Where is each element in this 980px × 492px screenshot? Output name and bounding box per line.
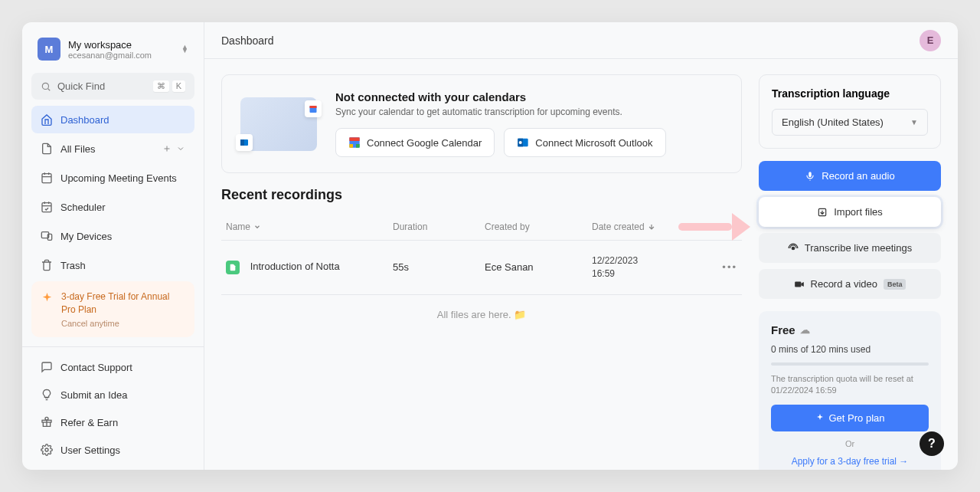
sparkle-icon <box>815 413 825 422</box>
nav-idea[interactable]: Submit an Idea <box>31 381 194 408</box>
trial-card[interactable]: 3-day Free Trial for Annual Pro Plan Can… <box>31 281 194 337</box>
quick-find[interactable]: Quick Find ⌘K <box>31 73 194 100</box>
nav-trash[interactable]: Trash <box>31 251 194 279</box>
plan-or: Or <box>771 439 929 448</box>
help-button[interactable]: ? <box>920 431 944 456</box>
plan-card: Free ☁ 0 mins of 120 mins used The trans… <box>759 311 941 470</box>
record-audio-button[interactable]: Record an audio <box>759 161 941 191</box>
record-video-button[interactable]: Record a video Beta <box>759 269 941 299</box>
import-files-button[interactable]: Import files <box>759 197 941 227</box>
nav-label: All Files <box>60 143 96 155</box>
nav-label: My Devices <box>60 231 112 242</box>
svg-rect-10 <box>240 139 244 146</box>
svg-point-20 <box>792 247 795 250</box>
nav-dashboard[interactable]: Dashboard <box>31 106 194 133</box>
nav-settings[interactable]: User Settings <box>31 436 194 464</box>
lang-title: Transcription language <box>772 87 928 100</box>
get-pro-button[interactable]: Get Pro plan <box>771 405 929 431</box>
kbd-k: K <box>172 80 185 92</box>
trash-icon <box>41 259 53 271</box>
lang-card: Transcription language English (United S… <box>759 74 941 149</box>
nav-label: Scheduler <box>60 202 106 213</box>
quick-find-label: Quick Find <box>57 80 105 92</box>
connect-outlook-button[interactable]: Connect Microsoft Outlook <box>504 128 665 157</box>
table-row[interactable]: Introduction of Notta 55s Ece Sanan 12/2… <box>221 241 742 295</box>
nav-upcoming[interactable]: Upcoming Meeting Events <box>31 164 194 192</box>
updown-icon[interactable]: ▲▼ <box>181 45 188 53</box>
user-avatar[interactable]: E <box>920 30 941 51</box>
live-icon <box>788 243 799 254</box>
svg-rect-18 <box>809 172 812 177</box>
calendar-icon <box>41 172 53 184</box>
lang-select[interactable]: English (United States) ▼ <box>772 109 928 136</box>
calendar-card: Not connected with your calendars Sync y… <box>221 74 742 173</box>
nav-label: User Settings <box>60 444 120 456</box>
workspace-avatar: M <box>38 38 60 61</box>
plan-reset: The transcription quota will be reset at… <box>771 373 929 397</box>
gear-icon <box>41 444 53 456</box>
message-icon <box>41 361 53 373</box>
calendar-title: Not connected with your calendars <box>335 90 666 103</box>
row-name: Introduction of Notta <box>226 261 393 274</box>
gift-icon <box>41 416 53 428</box>
nav-all-files[interactable]: All Files <box>31 135 194 162</box>
chevron-down-icon[interactable] <box>176 144 185 153</box>
home-icon <box>41 113 53 126</box>
mic-icon <box>805 171 815 182</box>
row-more-button[interactable]: ••• <box>707 261 737 273</box>
all-files-here: All files are here. 📁 <box>221 295 742 334</box>
transcribe-live-button[interactable]: Transcribe live meetings <box>759 233 941 263</box>
bulb-icon <box>41 389 53 401</box>
connect-google-button[interactable]: Connect Google Calendar <box>335 128 495 157</box>
svg-rect-12 <box>349 137 359 141</box>
page-title: Dashboard <box>221 34 274 47</box>
devices-icon <box>41 230 53 242</box>
svg-point-0 <box>42 83 48 89</box>
arrow-down-icon <box>648 223 655 231</box>
file-type-icon <box>226 261 240 274</box>
svg-rect-8 <box>310 106 317 108</box>
google-cal-icon <box>348 136 361 149</box>
trial-title: 3-day Free Trial for Annual Pro Plan <box>61 290 185 317</box>
kbd-cmd: ⌘ <box>153 80 169 92</box>
calendar-sub: Sync your calendar to get automatic tran… <box>335 107 666 117</box>
svg-point-6 <box>45 448 48 451</box>
nav-label: Upcoming Meeting Events <box>60 172 177 184</box>
trial-sub: Cancel anytime <box>61 319 185 328</box>
nav-devices[interactable]: My Devices <box>31 222 194 250</box>
row-date: 12/22/2023 16:59 <box>592 254 707 280</box>
import-icon <box>817 207 828 218</box>
chevron-down-icon: ▼ <box>910 118 918 126</box>
outlook-icon <box>517 136 529 149</box>
chevron-down-icon <box>253 223 261 231</box>
nav-support[interactable]: Contact Support <box>31 353 194 381</box>
recent-heading: Recent recordings <box>221 187 742 203</box>
calendar-illustration <box>240 97 317 151</box>
col-date[interactable]: Date created <box>592 221 707 232</box>
folder-icon: 📁 <box>514 309 526 320</box>
beta-badge: Beta <box>884 279 906 290</box>
cloud-icon: ☁ <box>800 324 810 336</box>
row-by: Ece Sanan <box>485 261 592 273</box>
svg-point-17 <box>519 141 522 144</box>
svg-rect-14 <box>349 144 353 148</box>
search-icon <box>41 81 51 92</box>
nav-label: Refer & Earn <box>60 417 118 428</box>
plan-usage: 0 mins of 120 mins used <box>771 344 929 355</box>
workspace-switcher[interactable]: M My workspace ecesanan@gmail.com ▲▼ <box>31 31 194 67</box>
sparkle-icon <box>41 290 54 306</box>
usage-bar <box>771 362 929 366</box>
nav-label: Trash <box>60 260 86 271</box>
calendar-check-icon <box>41 201 53 213</box>
col-created-by[interactable]: Created by <box>485 221 592 232</box>
plan-tier: Free <box>771 323 795 336</box>
plus-icon[interactable] <box>162 144 172 153</box>
nav-refer[interactable]: Refer & Earn <box>31 408 194 436</box>
nav-label: Submit an Idea <box>60 389 127 401</box>
col-name[interactable]: Name <box>226 221 393 232</box>
nav-scheduler[interactable]: Scheduler <box>31 193 194 221</box>
apply-trial-link[interactable]: Apply for a 3-day free trial → <box>771 456 929 467</box>
video-icon <box>794 279 805 290</box>
svg-rect-21 <box>795 281 801 287</box>
col-duration[interactable]: Duration <box>393 221 485 232</box>
